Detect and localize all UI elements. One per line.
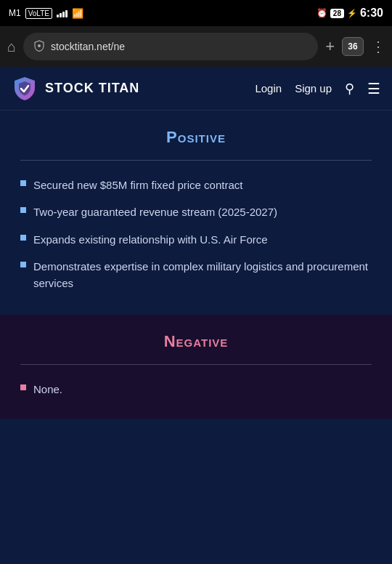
bullet-icon <box>20 384 26 390</box>
search-icon[interactable]: ⚲ <box>345 81 354 97</box>
list-item: Expands existing relationship with U.S. … <box>20 231 372 248</box>
list-item: Demonstrates expertise in complex milita… <box>20 258 372 292</box>
status-right: ⏰ 28 ⚡ 6:30 <box>317 7 383 20</box>
status-bar: M1 VoLTE 📶 ⏰ 28 ⚡ 6:30 <box>0 0 392 26</box>
tabs-button[interactable]: 36 <box>342 37 364 56</box>
url-display[interactable]: stocktitan.net/ne <box>51 41 125 52</box>
positive-section-title: Positive <box>20 128 372 147</box>
negative-section: Negative None. <box>0 315 392 418</box>
home-button[interactable]: ⌂ <box>7 39 16 55</box>
signal-bars <box>57 9 68 17</box>
list-item: Secured new $85M firm fixed price contra… <box>20 177 372 193</box>
battery-level: 28 <box>330 9 344 18</box>
positive-divider <box>20 160 372 161</box>
negative-divider <box>20 364 372 365</box>
browser-bar: ⌂ stocktitan.net/ne + 36 ⋮ <box>0 26 392 67</box>
bullet-text: None. <box>33 381 62 398</box>
bullet-text: Demonstrates expertise in complex milita… <box>33 258 372 292</box>
volte-label: VoLTE <box>25 8 52 19</box>
new-tab-button[interactable]: + <box>325 37 335 56</box>
negative-section-title: Negative <box>20 332 372 351</box>
status-left: M1 VoLTE 📶 <box>9 8 83 19</box>
signup-link[interactable]: Sign up <box>295 82 332 94</box>
clock: 6:30 <box>360 7 383 20</box>
positive-section: Positive Secured new $85M firm fixed pri… <box>0 110 392 315</box>
svg-point-0 <box>38 44 41 47</box>
alarm-icon: ⏰ <box>317 8 327 18</box>
bullet-text: Two-year guaranteed revenue stream (2025… <box>33 204 277 220</box>
bullet-icon <box>20 235 26 241</box>
site-header: STOCK TITAN Login Sign up ⚲ ☰ <box>0 67 392 110</box>
menu-icon[interactable]: ☰ <box>367 80 380 97</box>
site-logo-text: STOCK TITAN <box>45 81 139 96</box>
carrier-label: M1 <box>9 8 21 18</box>
bullet-icon <box>20 207 26 213</box>
bullet-icon <box>20 262 26 267</box>
wifi-icon: 📶 <box>72 8 83 19</box>
battery-container: 28 <box>330 9 344 18</box>
charging-icon: ⚡ <box>347 9 357 18</box>
logo-container: STOCK TITAN <box>12 76 255 102</box>
negative-bullet-list: None. <box>20 381 372 398</box>
address-bar[interactable]: stocktitan.net/ne <box>23 33 318 60</box>
login-link[interactable]: Login <box>255 82 282 94</box>
list-item: None. <box>20 381 372 398</box>
bullet-text: Expands existing relationship with U.S. … <box>33 231 268 248</box>
main-content: Positive Secured new $85M firm fixed pri… <box>0 110 392 564</box>
list-item: Two-year guaranteed revenue stream (2025… <box>20 204 372 220</box>
logo-icon <box>12 76 38 102</box>
bullet-text: Secured new $85M firm fixed price contra… <box>33 177 242 193</box>
bullet-icon <box>20 180 26 186</box>
security-icon <box>33 40 45 54</box>
browser-menu-button[interactable]: ⋮ <box>371 38 385 55</box>
positive-bullet-list: Secured new $85M firm fixed price contra… <box>20 177 372 291</box>
nav-links: Login Sign up ⚲ ☰ <box>255 80 380 97</box>
